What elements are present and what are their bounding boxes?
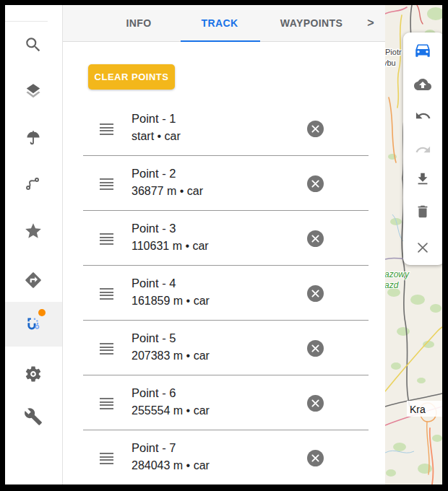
umbrella-icon — [24, 129, 43, 148]
layers-icon — [24, 82, 43, 101]
route-icon — [24, 174, 43, 193]
remove-point-button[interactable] — [307, 340, 324, 357]
sidebar-item-favorites[interactable] — [16, 214, 51, 248]
app-window: INFO TRACK WAYPOINTS > CLEAR POINTS Poin… — [5, 5, 442, 485]
sidebar-item-route[interactable] — [16, 166, 51, 201]
close-icon — [415, 240, 431, 256]
sidebar-item-search[interactable] — [16, 27, 51, 62]
point-subtitle: 255554 m • car — [132, 401, 210, 420]
remove-point-button[interactable] — [307, 175, 324, 192]
tab-info[interactable]: INFO — [126, 17, 151, 29]
redo-icon — [415, 142, 431, 158]
remove-point-button[interactable] — [307, 395, 324, 412]
point-title: Point - 7 — [132, 440, 210, 456]
screenshot-frame: INFO TRACK WAYPOINTS > CLEAR POINTS Poin… — [0, 0, 448, 491]
point-title: Point - 3 — [132, 220, 209, 237]
list-item[interactable]: Point - 7 284043 m • car — [63, 430, 385, 485]
download-icon — [415, 171, 431, 187]
car-icon — [413, 40, 432, 59]
remove-point-button[interactable] — [307, 230, 324, 247]
drag-handle-icon[interactable] — [100, 233, 113, 246]
directions-icon — [24, 271, 43, 290]
point-title: Point - 6 — [132, 385, 210, 401]
gear-icon — [24, 365, 43, 383]
download-button[interactable] — [413, 169, 433, 189]
point-subtitle: 284043 m • car — [132, 456, 210, 475]
sidebar-divider — [5, 21, 48, 22]
point-title: Point - 2 — [132, 165, 203, 182]
map-label-park: azowy — [385, 269, 410, 279]
track-tab-content: CLEAR POINTS Point - 1 start • car — [63, 42, 385, 484]
redo-button[interactable] — [413, 139, 433, 160]
point-title: Point - 5 — [132, 330, 210, 347]
point-title: Point - 4 — [132, 275, 210, 292]
point-subtitle: 110631 m • car — [132, 237, 209, 256]
tab-bar: INFO TRACK WAYPOINTS > — [63, 5, 385, 42]
close-icon — [311, 454, 319, 462]
sidebar-item-directions[interactable] — [16, 263, 51, 297]
list-item[interactable]: Point - 5 207383 m • car — [63, 321, 385, 375]
sidebar-item-layers[interactable] — [16, 74, 51, 109]
remove-point-button[interactable] — [307, 121, 324, 137]
drag-handle-icon[interactable] — [100, 123, 113, 136]
sidebar-item-settings[interactable] — [16, 357, 51, 391]
remove-point-button[interactable] — [307, 285, 324, 302]
close-icon — [311, 344, 319, 352]
points-list: Point - 1 start • car Point - 2 36877 m … — [63, 101, 385, 485]
point-title: Point - 1 — [132, 110, 181, 127]
list-item[interactable]: Point - 6 255554 m • car — [63, 375, 385, 430]
point-subtitle: 207383 m • car — [132, 347, 210, 365]
list-item[interactable]: Point - 1 start • car — [63, 101, 385, 156]
track-editor-icon — [24, 314, 43, 333]
point-subtitle: 36877 m • car — [132, 182, 203, 201]
remove-point-button[interactable] — [307, 450, 324, 466]
drag-handle-icon[interactable] — [100, 453, 113, 466]
map-toolbar — [403, 32, 442, 265]
sidebar — [5, 5, 63, 485]
map-label-town: Piotr — [385, 48, 402, 56]
sidebar-item-utilities[interactable] — [16, 399, 51, 434]
point-subtitle: start • car — [132, 127, 181, 146]
upload-button[interactable] — [413, 74, 433, 95]
close-icon — [311, 399, 319, 407]
close-icon — [311, 235, 319, 243]
tab-waypoints[interactable]: WAYPOINTS — [280, 17, 343, 29]
notification-dot — [38, 309, 46, 316]
delete-track-button[interactable] — [413, 201, 433, 222]
drag-handle-icon[interactable] — [100, 288, 113, 301]
list-item[interactable]: Point - 3 110631 m • car — [63, 211, 385, 266]
undo-button[interactable] — [413, 105, 433, 126]
undo-icon — [415, 108, 431, 124]
trash-icon — [415, 204, 431, 220]
travel-mode-car-button[interactable] — [413, 40, 433, 60]
star-icon — [24, 222, 43, 240]
tabs-overflow-chevron-icon[interactable]: > — [367, 17, 374, 30]
point-subtitle: 161859 m • car — [132, 292, 210, 310]
tab-track[interactable]: TRACK — [202, 17, 238, 29]
wrench-icon — [24, 407, 43, 426]
close-icon — [311, 290, 319, 297]
map-label-city: Kra — [410, 404, 426, 415]
map-label-park: azd — [385, 280, 399, 290]
close-icon — [311, 125, 319, 133]
drag-handle-icon[interactable] — [100, 178, 113, 191]
cloud-upload-icon — [414, 76, 431, 93]
search-icon — [24, 35, 43, 54]
close-icon — [311, 180, 319, 188]
list-item[interactable]: Point - 4 161859 m • car — [63, 266, 385, 321]
drag-handle-icon[interactable] — [100, 343, 113, 356]
track-panel: INFO TRACK WAYPOINTS > CLEAR POINTS Poin… — [63, 5, 385, 485]
map-label-town: ybu — [385, 58, 396, 67]
close-toolbar-button[interactable] — [413, 238, 433, 258]
list-item[interactable]: Point - 2 36877 m • car — [63, 156, 385, 211]
clear-points-button[interactable]: CLEAR POINTS — [88, 64, 175, 90]
sidebar-item-weather[interactable] — [16, 121, 51, 156]
drag-handle-icon[interactable] — [100, 398, 113, 411]
